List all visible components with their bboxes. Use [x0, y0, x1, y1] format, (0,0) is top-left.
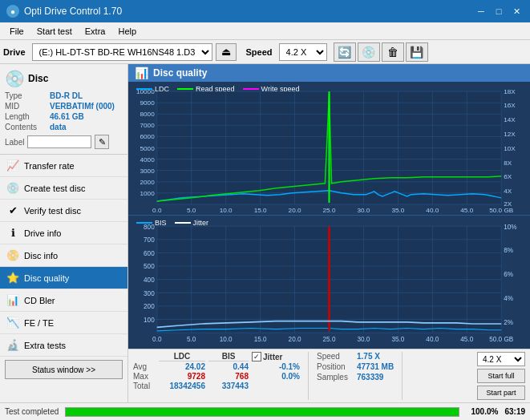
svg-text:15.0: 15.0 — [254, 207, 267, 214]
menu-extra[interactable]: Extra — [79, 25, 112, 38]
menu-help[interactable]: Help — [111, 25, 143, 38]
menu-start-test[interactable]: Start test — [30, 25, 79, 38]
sidebar-item-label-cd-bler: CD Bler — [24, 296, 55, 305]
speed-label: Speed — [317, 352, 354, 361]
svg-text:35.0: 35.0 — [391, 207, 404, 214]
time-label: 63:19 — [504, 407, 525, 416]
sidebar-item-create-test-disc[interactable]: 💿 Create test disc — [0, 177, 127, 200]
eject-button[interactable]: ⏏ — [216, 43, 237, 61]
sidebar-item-extra-tests[interactable]: 🔬 Extra tests — [0, 334, 127, 357]
sidebar-item-fe-te[interactable]: 📉 FE / TE — [0, 312, 127, 334]
stats-avg-row: Avg 24.02 0.44 -0.1% — [133, 362, 300, 371]
svg-text:2000: 2000 — [140, 179, 156, 186]
start-part-button[interactable]: Start part — [477, 386, 525, 400]
sidebar-item-cd-bler[interactable]: 📊 CD Bler — [0, 289, 127, 312]
sidebar-item-label-disc-quality: Disc quality — [24, 273, 69, 283]
svg-text:400: 400 — [144, 276, 155, 284]
svg-text:35.0: 35.0 — [391, 335, 404, 343]
toolbar-icons: 🔄 💿 🗑 💾 — [334, 42, 428, 62]
sidebar-item-verify-test-disc[interactable]: ✔ Verify test disc — [0, 200, 127, 222]
svg-text:40.0: 40.0 — [426, 207, 439, 214]
disc-title: Disc — [28, 73, 48, 84]
svg-text:4X: 4X — [504, 188, 512, 195]
menu-bar: File Start test Extra Help — [0, 22, 530, 40]
svg-text:50.0 GB: 50.0 GB — [489, 207, 513, 214]
stats-divider — [308, 352, 309, 400]
avg-ldc: 24.02 — [159, 362, 205, 371]
stats-info: Speed 1.75 X Position 47731 MB Samples 7… — [317, 352, 394, 382]
sidebar-item-label-fe-te: FE / TE — [24, 318, 54, 328]
fe-te-icon: 📉 — [6, 317, 19, 329]
progress-label: 100.0% — [466, 407, 498, 416]
sidebar-item-disc-quality[interactable]: ⭐ Disc quality — [0, 267, 127, 289]
transfer-rate-icon: 📈 — [6, 160, 19, 172]
label-edit-button[interactable]: ✎ — [95, 135, 109, 149]
svg-text:9000: 9000 — [140, 99, 156, 107]
app-icon: ● — [6, 5, 19, 18]
erase-button[interactable]: 🗑 — [382, 42, 404, 62]
label-label: Label — [5, 138, 24, 147]
save-button[interactable]: 💾 — [406, 42, 428, 62]
max-bis: 768 — [208, 372, 249, 381]
total-label: Total — [133, 382, 156, 390]
action-speed-select[interactable]: 4.2 X — [477, 352, 525, 366]
disc-label-row: Label ✎ — [5, 135, 123, 149]
sidebar-item-label-extra-tests: Extra tests — [24, 341, 66, 350]
stats-divider2 — [402, 352, 403, 400]
status-bar: Test completed 100.0% 63:19 — [0, 402, 530, 420]
position-label: Position — [317, 362, 354, 371]
svg-text:10.0: 10.0 — [220, 207, 233, 214]
svg-text:10.0: 10.0 — [220, 335, 233, 343]
refresh-button[interactable]: 🔄 — [334, 42, 356, 62]
stats-total-row: Total 18342456 337443 — [133, 382, 300, 390]
disc-quality-icon: ⭐ — [6, 272, 19, 285]
mid-value: VERBATIMf (000) — [50, 102, 115, 111]
svg-text:4%: 4% — [504, 294, 513, 302]
title-bar-left: ● Opti Drive Control 1.70 — [6, 5, 122, 18]
speed-value: 1.75 X — [357, 352, 380, 361]
chart-top: LDC Read speed Write speed — [128, 82, 530, 216]
svg-text:7000: 7000 — [140, 122, 156, 129]
drive-toolbar: Drive (E:) HL-DT-ST BD-RE WH16NS48 1.D3 … — [0, 40, 530, 64]
svg-text:10000: 10000 — [136, 88, 155, 95]
sidebar-item-drive-info[interactable]: ℹ Drive info — [0, 222, 127, 244]
svg-text:6%: 6% — [504, 270, 513, 278]
jitter-checkbox[interactable]: ✓ — [252, 352, 261, 361]
svg-text:600: 600 — [144, 248, 155, 256]
extra-tests-icon: 🔬 — [6, 339, 19, 352]
stats-empty — [133, 352, 156, 361]
svg-text:45.0: 45.0 — [460, 335, 473, 343]
svg-text:40.0: 40.0 — [426, 335, 439, 343]
status-window-button[interactable]: Status window >> — [5, 360, 123, 379]
sidebar-item-disc-info[interactable]: 📀 Disc info — [0, 244, 127, 267]
svg-text:30.0: 30.0 — [357, 207, 370, 214]
start-full-button[interactable]: Start full — [477, 369, 525, 383]
main-layout: 💿 Disc Type BD-R DL MID VERBATIMf (000) … — [0, 64, 530, 402]
stats-bis-header: BIS — [208, 352, 249, 361]
speed-select[interactable]: 4.2 X — [279, 43, 327, 61]
sidebar-item-label-create-test-disc: Create test disc — [24, 184, 85, 193]
action-controls: 4.2 X Start full Start part — [477, 352, 525, 400]
minimize-button[interactable]: ─ — [474, 4, 488, 18]
create-test-disc-icon: 💿 — [6, 182, 19, 195]
maximize-button[interactable]: □ — [492, 4, 506, 18]
length-value: 46.61 GB — [50, 112, 84, 121]
disc-panel: 💿 Disc Type BD-R DL MID VERBATIMf (000) … — [0, 64, 127, 155]
label-input[interactable] — [27, 135, 91, 148]
svg-text:0.0: 0.0 — [152, 335, 162, 343]
status-text: Test completed — [5, 407, 59, 416]
drive-select[interactable]: (E:) HL-DT-ST BD-RE WH16NS48 1.D3 — [32, 43, 212, 61]
max-label: Max — [133, 372, 156, 381]
avg-jitter: -0.1% — [252, 362, 300, 371]
progress-bar-fill — [66, 408, 459, 416]
disc-button[interactable]: 💿 — [358, 42, 380, 62]
svg-text:10X: 10X — [504, 145, 516, 152]
menu-file[interactable]: File — [3, 25, 30, 38]
charts-area: LDC Read speed Write speed — [128, 82, 530, 402]
total-ldc: 18342456 — [159, 382, 205, 390]
close-button[interactable]: ✕ — [509, 4, 524, 18]
svg-text:200: 200 — [144, 302, 155, 310]
avg-label: Avg — [133, 362, 156, 371]
stats-header-row: LDC BIS ✓ Jitter — [133, 352, 300, 361]
sidebar-item-transfer-rate[interactable]: 📈 Transfer rate — [0, 155, 127, 177]
